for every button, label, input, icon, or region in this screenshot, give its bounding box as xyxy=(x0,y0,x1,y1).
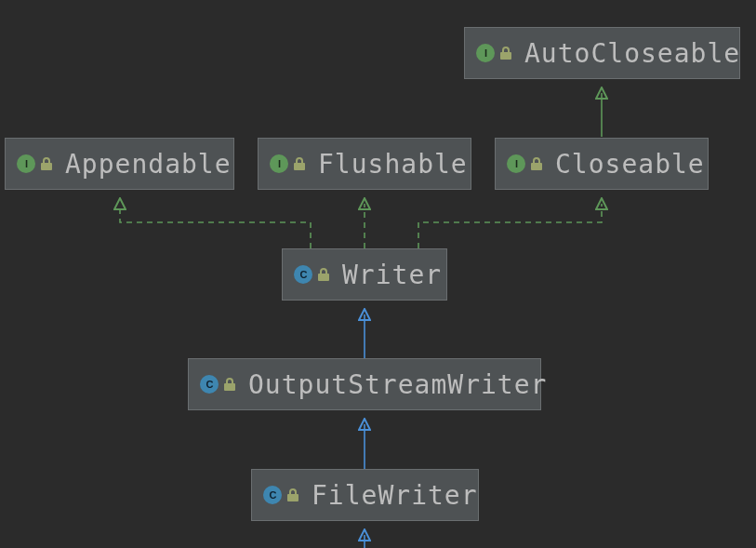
lock-icon xyxy=(294,157,305,170)
class-name-label: Flushable xyxy=(318,149,468,180)
interface-icon: I xyxy=(270,154,288,173)
class-name-label: OutputStreamWriter xyxy=(248,369,547,400)
interface-icon: I xyxy=(476,44,495,62)
lock-icon xyxy=(318,268,329,281)
class-icon: C xyxy=(263,486,282,504)
class-icon: C xyxy=(200,375,219,394)
class-name-label: Appendable xyxy=(65,149,232,180)
class-name-label: Closeable xyxy=(555,149,705,180)
interface-icon: I xyxy=(507,154,525,173)
lock-icon xyxy=(41,157,52,170)
lock-icon xyxy=(500,47,511,60)
node-filewriter: C FileWriter xyxy=(251,469,479,521)
node-autocloseable: I AutoCloseable xyxy=(464,27,740,79)
lock-icon xyxy=(287,488,298,501)
lock-icon xyxy=(224,378,235,391)
node-appendable: I Appendable xyxy=(5,138,234,190)
node-flushable: I Flushable xyxy=(258,138,471,190)
class-name-label: AutoCloseable xyxy=(524,38,740,69)
lock-icon xyxy=(531,157,542,170)
edge-writer-appendable xyxy=(120,204,311,248)
class-name-label: Writer xyxy=(342,260,442,290)
edge-writer-closeable xyxy=(418,204,602,248)
node-outputstreamwriter: C OutputStreamWriter xyxy=(188,358,541,410)
class-hierarchy-diagram: I AutoCloseable I Appendable I Flushable… xyxy=(0,0,756,548)
interface-icon: I xyxy=(17,154,35,173)
abstract-class-icon: C xyxy=(294,265,312,284)
class-name-label: FileWriter xyxy=(312,480,478,511)
node-writer: C Writer xyxy=(282,248,447,301)
node-closeable: I Closeable xyxy=(495,138,709,190)
